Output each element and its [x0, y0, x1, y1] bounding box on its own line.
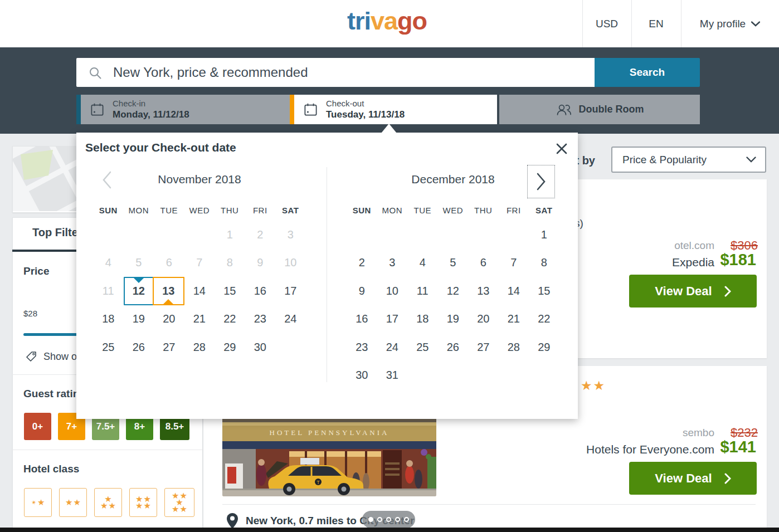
- calendar-day-25[interactable]: 25: [407, 333, 438, 362]
- calendar-day-29[interactable]: 29: [529, 333, 559, 362]
- room-type-button[interactable]: Double Room: [499, 95, 700, 124]
- calendar-day-18[interactable]: 18: [407, 305, 438, 334]
- calendar-day-18[interactable]: 18: [93, 305, 124, 334]
- checkout-date-button[interactable]: Check-out Tuesday, 11/13/18: [290, 95, 497, 124]
- calendar-day-5[interactable]: 5: [438, 249, 469, 277]
- calendar-day-21[interactable]: 21: [499, 305, 529, 334]
- calendar-day-25[interactable]: 25: [93, 333, 124, 362]
- divider: [222, 504, 756, 505]
- calendar-day-9[interactable]: 9: [347, 277, 377, 305]
- calendar-day-empty: [468, 221, 499, 249]
- calendar-day-3: 3: [275, 221, 306, 249]
- divider: [12, 450, 202, 450]
- calendar-day-3[interactable]: 3: [377, 249, 408, 277]
- calendar-day-8[interactable]: 8: [529, 249, 559, 277]
- hotel-class-2-star[interactable]: ★★: [59, 488, 87, 517]
- calendar-day-11[interactable]: 11: [407, 277, 438, 305]
- calendar-day-16[interactable]: 16: [245, 277, 276, 305]
- calendar-day-30[interactable]: 30: [347, 362, 377, 390]
- weekday-label: SUN: [347, 199, 377, 221]
- best-deal-partner: Expedia: [613, 256, 714, 269]
- calendar-day-27[interactable]: 27: [154, 333, 184, 362]
- trivago-logo[interactable]: trivago: [347, 7, 427, 36]
- calendar-day-10: 10: [275, 249, 306, 277]
- calendar-day-31[interactable]: 31: [377, 362, 408, 390]
- price-section-title: Price: [23, 265, 49, 277]
- destination-search-field[interactable]: [76, 58, 595, 87]
- calendar-day-7: 7: [184, 249, 215, 277]
- carousel-dot-1[interactable]: [368, 517, 373, 522]
- carousel-dot-2[interactable]: [377, 517, 382, 522]
- calendar-day-14[interactable]: 14: [499, 277, 529, 305]
- currency-selector[interactable]: USD: [582, 0, 631, 47]
- calendar-day-20[interactable]: 20: [154, 305, 184, 334]
- calendar-day-5: 5: [124, 249, 154, 277]
- calendar-day-1[interactable]: 1: [529, 221, 559, 249]
- weekday-label: THU: [215, 199, 245, 221]
- view-deal-button-1[interactable]: View Deal: [629, 275, 757, 308]
- calendar-day-19[interactable]: 19: [124, 305, 154, 334]
- deal-tag-icon: [25, 350, 38, 363]
- arrow-right-icon: [724, 286, 731, 297]
- calendar-day-17[interactable]: 17: [275, 277, 306, 305]
- weekday-label: FRI: [245, 199, 276, 221]
- calendar-day-28[interactable]: 28: [499, 333, 529, 362]
- calendar-day-22[interactable]: 22: [529, 305, 559, 334]
- hotel-class-title: Hotel class: [23, 463, 79, 475]
- search-input[interactable]: [112, 64, 577, 81]
- calendar-day-empty: [407, 221, 438, 249]
- calendar-day-17[interactable]: 17: [377, 305, 408, 334]
- language-selector[interactable]: EN: [631, 0, 681, 47]
- hotel-class-1-star[interactable]: ✶★: [24, 488, 52, 517]
- calendar-day-26[interactable]: 26: [124, 333, 154, 362]
- calendar-day-23[interactable]: 23: [245, 305, 276, 334]
- calendar-day-22[interactable]: 22: [215, 305, 245, 334]
- calendar-day-20[interactable]: 20: [468, 305, 499, 334]
- calendar-day-12[interactable]: 12: [438, 277, 469, 305]
- calendar-day-15[interactable]: 15: [215, 277, 245, 305]
- checkout-value: Tuesday, 11/13/18: [326, 109, 405, 120]
- calendar-day-14[interactable]: 14: [184, 277, 215, 305]
- calendar-day-16[interactable]: 16: [347, 305, 377, 334]
- hotel-class-3-star[interactable]: ★★★: [94, 488, 122, 517]
- hotel-class-4-star[interactable]: ★★★★: [129, 488, 157, 517]
- search-button[interactable]: Search: [595, 58, 700, 87]
- carousel-dot-4[interactable]: [395, 517, 400, 522]
- weekday-label: MON: [124, 199, 154, 221]
- calendar-day-4[interactable]: 4: [407, 249, 438, 277]
- calendar-day-empty: [154, 221, 184, 249]
- calendar-day-27[interactable]: 27: [468, 333, 499, 362]
- show-deals-toggle[interactable]: Show o: [25, 350, 77, 363]
- view-deal-button-2[interactable]: View Deal: [629, 462, 757, 495]
- calendar-day-empty: [407, 362, 438, 390]
- calendar-day-29[interactable]: 29: [215, 333, 245, 362]
- month-divider: [327, 167, 327, 382]
- close-icon[interactable]: [553, 140, 570, 157]
- calendar-day-19[interactable]: 19: [438, 305, 469, 334]
- calendar-day-28[interactable]: 28: [184, 333, 215, 362]
- carousel-dot-3[interactable]: [386, 517, 391, 522]
- calendar-day-23[interactable]: 23: [347, 333, 377, 362]
- checkin-date-button[interactable]: Check-in Monday, 11/12/18: [76, 95, 290, 124]
- calendar-day-24[interactable]: 24: [377, 333, 408, 362]
- calendar-day-15[interactable]: 15: [529, 277, 559, 305]
- calendar-day-10[interactable]: 10: [377, 277, 408, 305]
- calendar-day-26[interactable]: 26: [438, 333, 469, 362]
- calendar-day-2[interactable]: 2: [347, 249, 377, 277]
- calendar-day-21[interactable]: 21: [184, 305, 215, 334]
- calendar-day-6[interactable]: 6: [468, 249, 499, 277]
- calendar-day-13[interactable]: 13: [468, 277, 499, 305]
- calendar-day-30[interactable]: 30: [245, 333, 276, 362]
- calendar-day-7[interactable]: 7: [499, 249, 529, 277]
- weekday-label: FRI: [499, 199, 529, 221]
- carousel-dot-5[interactable]: [404, 517, 409, 522]
- calendar-day-empty: [93, 221, 124, 249]
- guest-rating-0+[interactable]: 0+: [24, 413, 51, 440]
- weekday-label: SAT: [529, 199, 559, 221]
- sort-dropdown[interactable]: Price & Popularity: [611, 147, 766, 173]
- calendar-day-12[interactable]: 12: [124, 277, 154, 305]
- my-profile-menu[interactable]: My profile: [681, 0, 779, 47]
- calendar-day-24[interactable]: 24: [275, 305, 306, 334]
- hotel-class-5-star[interactable]: ★★★★★: [164, 488, 194, 517]
- calendar-day-13[interactable]: 13: [153, 277, 184, 305]
